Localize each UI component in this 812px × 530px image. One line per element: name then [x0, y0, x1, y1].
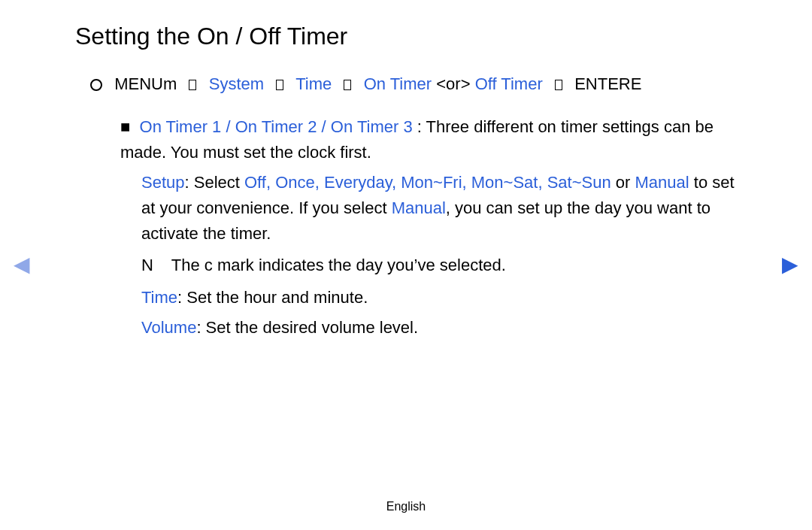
volume-row: Volume: Set the desired volume level.	[141, 315, 737, 341]
arrow-sep-icon	[555, 80, 562, 90]
note-row: N The c mark indicates the day you’ve se…	[141, 253, 737, 278]
nav-time: Time	[295, 74, 332, 93]
nav-off-timer: Off Timer	[475, 74, 543, 93]
note-marker: N	[141, 253, 167, 278]
setup-label: Setup	[141, 173, 185, 192]
timer-names: On Timer 1 / On Timer 2 / On Timer 3	[140, 117, 413, 136]
nav-on-timer: On Timer	[364, 74, 432, 93]
setup-or: or	[611, 173, 635, 192]
setup-row: Setup: Select Off, Once, Everyday, Mon~F…	[141, 170, 737, 247]
setup-options: Off, Once, Everyday, Mon~Fri, Mon~Sat, S…	[244, 173, 611, 192]
prev-page-arrow[interactable]: ◀	[14, 252, 30, 277]
note-post: mark indicates the day you’ve selected.	[217, 256, 506, 274]
setup-manual-2: Manual	[392, 198, 446, 217]
nav-enter: ENTERE	[574, 74, 641, 93]
time-label: Time	[141, 288, 177, 307]
bullet-icon: ■	[120, 117, 130, 136]
footer-language: English	[0, 500, 812, 513]
nav-system: System	[209, 74, 264, 93]
page-title: Setting the On / Off Timer	[75, 23, 737, 50]
arrow-sep-icon	[344, 80, 351, 90]
check-glyph: c	[205, 256, 213, 274]
setup-manual-1: Manual	[635, 173, 689, 192]
nav-or: <or>	[436, 74, 470, 93]
volume-label: Volume	[141, 318, 196, 337]
volume-desc: : Set the desired volume level.	[196, 318, 418, 337]
setup-select: : Select	[185, 173, 240, 192]
next-page-arrow[interactable]: ▶	[782, 252, 798, 277]
time-desc: : Set the hour and minute.	[177, 288, 368, 307]
breadcrumb: MENUm System Time On Timer <or> Off Time…	[90, 71, 737, 96]
nav-marker	[90, 71, 110, 96]
arrow-sep-icon	[189, 80, 196, 90]
nav-menu: MENUm	[114, 74, 177, 93]
time-row: Time: Set the hour and minute.	[141, 285, 737, 310]
arrow-sep-icon	[276, 80, 283, 90]
note-pre: The	[171, 256, 200, 274]
timer-description: ■ On Timer 1 / On Timer 2 / On Timer 3 :…	[120, 114, 737, 165]
